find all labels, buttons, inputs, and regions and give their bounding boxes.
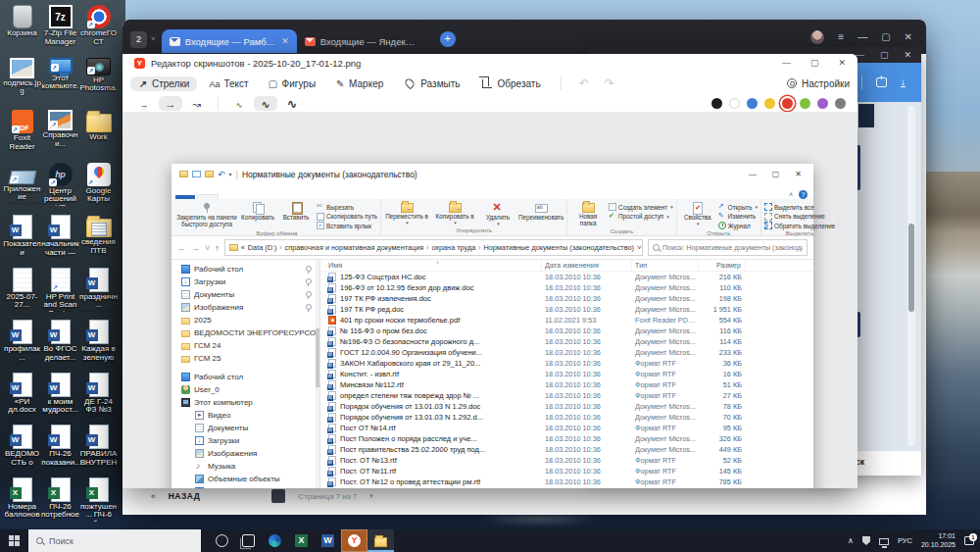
language-indicator[interactable]: РУС bbox=[898, 536, 912, 545]
tab-close-icon[interactable]: ✕ bbox=[281, 36, 289, 46]
sidebar-item[interactable]: User_0 bbox=[172, 383, 319, 396]
taskbar-app-button[interactable] bbox=[315, 529, 341, 552]
sidebar-item[interactable]: ГСМ 25 bbox=[172, 352, 319, 365]
table-row[interactable]: 196-ФЗ от 10.12.95 безоп дор движ.doc 18… bbox=[320, 282, 813, 293]
color-swatch[interactable] bbox=[817, 98, 828, 109]
select-none-button[interactable]: Снять выделение bbox=[764, 213, 835, 221]
editor-tool-button[interactable]: Обрезать bbox=[472, 76, 549, 91]
viewer-thumbnail[interactable] bbox=[858, 104, 874, 127]
editor-canvas[interactable]: ↶ ▾ | Нормативные документы (законодател… bbox=[122, 112, 858, 488]
taskbar-app-button[interactable] bbox=[288, 529, 315, 552]
sidebar-item[interactable]: Рабочий стол bbox=[172, 485, 319, 488]
recent-locations-icon[interactable]: ˅ bbox=[205, 243, 210, 253]
forward-button[interactable]: → bbox=[191, 243, 200, 253]
browser-minimize-button[interactable]: — bbox=[858, 32, 867, 42]
desktop-icon[interactable]: ↗ Foxit Reader bbox=[3, 108, 41, 161]
sidebar-item[interactable]: 2025 bbox=[172, 314, 319, 326]
download-icon[interactable]: ↓ bbox=[901, 77, 906, 87]
up-button[interactable]: ↑ bbox=[215, 243, 220, 253]
chevron-down-icon[interactable]: ▾ bbox=[229, 171, 232, 177]
explorer-close-button[interactable]: ✕ bbox=[795, 170, 802, 179]
viewer-close-button[interactable]: ✕ bbox=[904, 50, 911, 60]
network-icon[interactable] bbox=[879, 538, 889, 545]
color-swatch[interactable] bbox=[747, 98, 758, 109]
undo-icon[interactable]: ↶ bbox=[218, 171, 225, 178]
desktop-icon[interactable]: ↗ Во ФГОС делает... bbox=[41, 318, 79, 371]
desktop-icon[interactable]: ↗ 7-Zip File Manager bbox=[41, 3, 79, 56]
breadcrumb-item[interactable]: охрана труда bbox=[431, 243, 475, 252]
select-all-button[interactable]: Выделить все bbox=[764, 203, 835, 211]
table-row[interactable]: № 116-ФЗ о пром без.doc 18.03.2010 10:36… bbox=[320, 326, 813, 336]
stroke-size-option[interactable] bbox=[280, 96, 304, 111]
table-row[interactable]: Порядок обучения от 13.01.03 N 1.292.d..… bbox=[320, 412, 813, 423]
desktop-icon[interactable]: ↗ Приложение сканирова... bbox=[3, 161, 41, 214]
sidebar-item[interactable]: Этот компьютер bbox=[172, 396, 319, 409]
desktop-icon[interactable]: ↗ ПЧ-26 показани... bbox=[41, 423, 79, 476]
desktop-icon[interactable]: ↗ к моим мудрост... bbox=[41, 371, 79, 424]
move-to-button[interactable]: Переместить в▾ bbox=[384, 200, 429, 226]
desktop-icon[interactable]: ↗ Номера баллонов bbox=[3, 476, 41, 528]
sidebar-item[interactable]: Рабочий стол bbox=[172, 371, 319, 383]
table-row[interactable]: №196-ФЗ О безопасности дорожного д... 18… bbox=[320, 336, 813, 347]
column-header-date[interactable]: Дата изменения bbox=[542, 260, 632, 271]
sidebar-scrollbar[interactable] bbox=[316, 260, 319, 488]
table-row[interactable]: ГОСТ 12.0.004.90 Организация обучени... … bbox=[320, 347, 813, 358]
breadcrumb-item[interactable]: Data (D:) bbox=[248, 243, 277, 252]
chevron-down-icon[interactable]: ˅ bbox=[637, 243, 642, 252]
desktop-icon[interactable]: ↗ Work bbox=[79, 108, 118, 161]
sidebar-item[interactable]: Документы bbox=[172, 288, 319, 301]
sidebar-item[interactable]: Загрузки bbox=[172, 276, 319, 288]
browser-tab[interactable]: Входящие — Яндекс Пот... bbox=[297, 29, 432, 53]
desktop-icon[interactable]: ↗ подпись.jpg bbox=[3, 56, 41, 109]
desktop-icon[interactable]: ↗ ДЕ Г-24 ФЗ №3 за... bbox=[79, 371, 118, 424]
table-row[interactable]: 197 ТК РФ извлечения.doc 18.03.2010 10:3… bbox=[320, 293, 813, 304]
table-row[interactable]: Пост. ОТ №13.rtf 18.03.2010 10:36 Формат… bbox=[320, 455, 813, 466]
chevron-down-icon[interactable]: ▾ bbox=[369, 492, 373, 500]
color-swatch[interactable] bbox=[729, 98, 740, 109]
table-row[interactable]: 125-ФЗ Соцстрах НС.doc 18.03.2010 10:36 … bbox=[320, 272, 813, 282]
table-row[interactable]: определ степени тяж поврежд здор № ... 1… bbox=[320, 390, 813, 401]
sidebar-item[interactable]: ВЕДОМОСТИ ЭНЕРГОРЕСУРСОВ bbox=[172, 326, 319, 339]
copy-button[interactable]: Копировать bbox=[240, 200, 275, 222]
undo-icon[interactable]: ↶ bbox=[573, 76, 595, 90]
desktop-icon[interactable]: ↗ HP Print and Scan Doctor bbox=[41, 266, 79, 319]
arrow-style-option[interactable] bbox=[159, 96, 182, 111]
desktop-icon[interactable]: ↗ «РИ дл.docx bbox=[3, 371, 41, 424]
properties-button[interactable]: Свойства▾ bbox=[680, 200, 715, 226]
desktop-icon[interactable]: ↗ 2025-07-27... bbox=[3, 266, 41, 319]
browser-close-button[interactable]: ✕ bbox=[905, 32, 912, 42]
explorer-minimize-button[interactable]: — bbox=[749, 170, 757, 179]
table-row[interactable]: ЗАКОН Хабаровского края от 29_11_20... 1… bbox=[320, 358, 813, 369]
desktop-icon[interactable]: ↗ Корзина bbox=[3, 3, 41, 56]
share-icon[interactable] bbox=[876, 77, 887, 87]
taskbar-app-button[interactable] bbox=[209, 529, 235, 552]
paste-button[interactable]: Вставить bbox=[278, 200, 314, 222]
editor-close-button[interactable]: ✕ bbox=[838, 58, 846, 68]
pin-to-quick-access-button[interactable]: Закрепить на панели быстрого доступа bbox=[176, 200, 237, 228]
table-row[interactable]: 401 пр сроки носки термобелье.pdf 11.02.… bbox=[320, 315, 813, 326]
browser-maximize-button[interactable]: ▢ bbox=[881, 32, 890, 42]
browser-menu-icon[interactable]: ≡ bbox=[838, 32, 844, 42]
editor-tool-button[interactable]: Маркер bbox=[327, 76, 391, 91]
copy-path-button[interactable]: Скопировать путь bbox=[317, 213, 377, 221]
desktop-icon[interactable]: ↗ праздничн... сверурочн... bbox=[79, 266, 118, 319]
arrow-style-option[interactable] bbox=[185, 96, 209, 111]
viewer-maximize-button[interactable]: ▢ bbox=[880, 50, 889, 60]
desktop-icon[interactable]: ↗ ПЧ-26 потребное... bbox=[41, 476, 79, 528]
desktop-icon[interactable]: ↗ Каждая в зеленую р... bbox=[79, 318, 118, 371]
editor-tool-button[interactable]: Стрелки bbox=[130, 76, 197, 91]
table-row[interactable]: Пост Положен о порядк расслед и уче... 1… bbox=[320, 433, 813, 444]
arrow-style-option[interactable] bbox=[132, 96, 156, 111]
table-row[interactable]: Пост. ОТ №12 о провед аттестации рм.rtf … bbox=[320, 477, 813, 487]
tab-group-badge[interactable]: 2 bbox=[130, 31, 147, 48]
sidebar-item[interactable]: Объемные объекты bbox=[172, 473, 319, 485]
taskbar-app-button[interactable] bbox=[341, 529, 368, 552]
desktop-icon[interactable]: ↗ начальник части — ... bbox=[41, 213, 79, 266]
color-swatch[interactable] bbox=[800, 98, 810, 109]
sidebar-item[interactable]: Видео bbox=[172, 409, 319, 422]
clock[interactable]: 17:01 20.10.2025 bbox=[921, 532, 956, 549]
table-row[interactable]: Пост. ОТ №11.rtf 18.03.2010 10:36 Формат… bbox=[320, 466, 813, 477]
sidebar-item[interactable]: Музыка bbox=[172, 460, 319, 473]
browser-tab[interactable]: Входящие — Рамблер/.. ✕ bbox=[162, 29, 297, 53]
column-header-name[interactable]: Имя bbox=[328, 260, 542, 271]
